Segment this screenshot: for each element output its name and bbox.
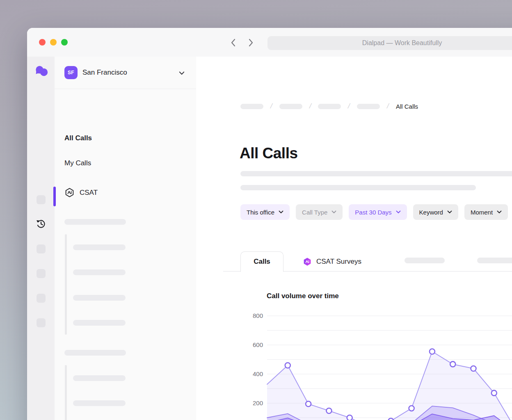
sidebar-item-all-calls[interactable]: All Calls [64,134,92,142]
call-volume-chart: 020040060080015171921232527 [223,274,512,420]
breadcrumb-separator: / [347,102,351,110]
y-tick-label: 200 [253,399,263,406]
filter-label: Moment [471,209,493,216]
chevron-down-icon [447,210,452,214]
workspace-name: San Francisco [82,57,127,89]
ai-hexagon-icon [64,187,75,198]
filter-keyword[interactable]: Keyword [413,204,458,220]
filter-moment[interactable]: Moment [464,204,508,220]
chevron-down-icon [497,210,502,214]
forward-icon [249,39,252,46]
tab-label: CSAT Surveys [316,258,361,266]
sidebar-skeleton-item [73,269,126,275]
description-skeleton-line [240,171,512,176]
workspace-avatar: SF [64,66,78,79]
data-point-marker [326,408,331,413]
breadcrumb-separator: / [309,102,312,110]
sidebar-skeleton-heading [64,219,126,225]
history-icon [35,218,46,229]
sidebar-tree-line [65,365,67,420]
breadcrumb-skeleton [279,104,302,109]
tab-calls[interactable]: Calls [240,251,283,272]
sidebar-item-label: CSAT [80,189,98,197]
history-button[interactable] [35,218,46,231]
y-tick-label: 400 [253,370,263,377]
area-all-calls-total [267,352,512,420]
sidebar-tree-line [65,234,67,335]
sidebar-item-label: All Calls [64,134,92,142]
breadcrumb-separator: / [386,102,390,110]
breadcrumb-separator: / [270,102,273,110]
chevron-down-icon [279,210,283,214]
rail-skeleton-item [37,244,46,253]
dialpad-logo-icon [36,66,48,76]
sidebar-item-csat[interactable]: CSAT [64,187,98,198]
description-skeleton-line [240,185,476,190]
sidebar-skeleton-item [73,244,126,250]
maximize-window-button[interactable] [61,39,68,46]
sidebar-skeleton-item [73,375,126,381]
rail-skeleton-item [37,318,46,327]
y-tick-label: 800 [253,312,263,319]
sidebar-item-my-calls[interactable]: My Calls [64,159,91,167]
data-point-marker [409,406,414,411]
tab-csat-surveys[interactable]: CSAT Surveys [303,251,361,272]
app-rail [27,57,55,420]
chevron-down-icon [331,210,336,214]
rail-active-indicator [53,187,56,206]
data-point-marker [491,390,497,396]
data-point-marker [285,363,290,368]
browser-window: Dialpad — Work Beautifully [27,28,512,420]
tab-skeleton [477,258,512,263]
filter-label: This office [247,209,274,216]
data-point-marker [347,415,352,420]
close-window-button[interactable] [39,39,46,46]
data-point-marker [388,418,393,420]
sidebar-skeleton-item [73,400,126,406]
sidebar-skeleton-heading [64,350,126,356]
data-point-marker [306,401,311,406]
chevron-down-icon [396,210,401,214]
back-icon [232,39,235,46]
workspace-switcher[interactable]: SF San Francisco [55,57,196,89]
sidebar-item-label: My Calls [64,159,91,167]
rail-skeleton-item [37,269,46,278]
filter-label: Call Type [302,209,327,216]
forward-button[interactable] [248,38,254,48]
sidebar-skeleton-item [73,295,126,301]
ai-hexagon-gradient-icon [303,257,312,266]
address-bar-text: Dialpad — Work Beautifully [362,39,442,47]
minimize-window-button[interactable] [50,39,57,46]
breadcrumb-skeleton [240,104,263,109]
rail-skeleton-item [37,294,46,303]
filter-date-range[interactable]: Past 30 Days [349,204,407,220]
dialpad-logo[interactable] [34,64,49,80]
sidebar: SF San Francisco All Calls My Calls [55,57,197,420]
breadcrumb-skeleton [357,104,380,109]
workspace-initials: SF [68,70,74,75]
data-point-marker [450,361,455,367]
tab-label: Calls [254,258,270,266]
rail-skeleton-item [37,195,46,204]
tab-skeleton [405,258,445,263]
data-point-marker [471,366,476,371]
main-content: / / / / All Calls All Calls This office [196,57,512,420]
filter-bar: This office Call Type Past 30 Days Keywo… [240,204,508,220]
browser-titlebar: Dialpad — Work Beautifully [27,28,512,57]
address-bar[interactable]: Dialpad — Work Beautifully [267,36,512,50]
filter-label: Past 30 Days [355,209,391,216]
sidebar-skeleton-item [73,320,126,326]
desktop-background: Dialpad — Work Beautifully [0,0,512,420]
y-tick-label: 600 [253,341,263,348]
chevron-down-icon [179,69,185,77]
filter-call-type[interactable]: Call Type [296,204,343,220]
breadcrumb-current: All Calls [396,103,418,110]
filter-this-office[interactable]: This office [240,204,290,220]
page-title: All Calls [240,145,298,162]
filter-label: Keyword [419,209,443,216]
breadcrumb: / / / / All Calls [240,103,418,110]
back-button[interactable] [230,38,236,48]
breadcrumb-skeleton [318,104,341,109]
data-point-marker [430,349,435,354]
